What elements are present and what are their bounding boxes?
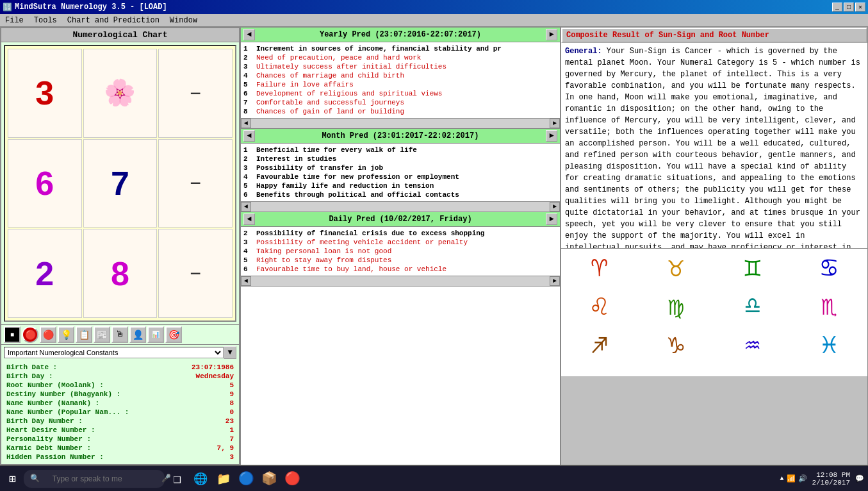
month-prediction-section: ◄ Month Pred (23:01:2017-22:02:2017) ► 1… [241, 129, 560, 212]
toolbar-btn-0[interactable]: ■ [4, 326, 20, 343]
network-icon[interactable]: 📶 [787, 474, 796, 483]
app-icon: 🔢 [3, 3, 12, 12]
yearly-pred-header: ◄ Yearly Pred (23:07:2016-22:07:2017) ► [241, 28, 560, 42]
store-icon[interactable]: 📦 [259, 469, 280, 489]
month-h-scrollbar[interactable] [251, 202, 550, 212]
month-prev-button[interactable]: ◄ [243, 130, 255, 142]
constant-label: Destiny Number (Bhagyank) : [6, 390, 120, 398]
month-pred-header: ◄ Month Pred (23:01:2017-22:02:2017) ► [241, 129, 560, 144]
pred-item-text: Chances of gain of land or building [256, 108, 404, 115]
pred-item-num: 6 [243, 191, 252, 199]
list-item: 1Increment in sources of income, financi… [243, 44, 557, 53]
yearly-scroll-left[interactable]: ◄ [241, 119, 251, 128]
pred-item-num: 4 [243, 173, 252, 181]
tray-arrow[interactable]: ▲ [780, 475, 784, 482]
yearly-next-button[interactable]: ► [546, 29, 557, 40]
pred-item-text: Need of precaution, peace and hard work [256, 54, 421, 62]
constant-value: 0 [229, 408, 234, 416]
pred-item-num: 8 [243, 108, 252, 115]
yearly-prediction-section: ◄ Yearly Pred (23:07:2016-22:07:2017) ► … [241, 28, 560, 129]
close-button[interactable]: ✕ [855, 3, 865, 12]
search-input[interactable] [44, 470, 158, 488]
yearly-scroll-right[interactable]: ► [550, 119, 560, 128]
constant-label: Heart Desire Number : [6, 426, 95, 434]
daily-scroll-right[interactable]: ► [550, 276, 560, 286]
dropdown-btn[interactable]: ▼ [224, 346, 236, 359]
right-panel-content[interactable]: General: Your Sun-Sign is Cancer - which… [561, 43, 867, 248]
dash-2: — [191, 174, 200, 192]
list-item: 2Interest in studies [243, 154, 557, 163]
zodiac-cell-3: ♋ [791, 249, 868, 287]
menu-file[interactable]: File [0, 15, 29, 26]
zodiac-cell-5: ♍ [638, 287, 715, 326]
constant-row: Name Number (Namank) :8 [6, 399, 234, 408]
yearly-h-scrollbar[interactable] [251, 119, 550, 128]
maximize-button[interactable]: □ [844, 3, 854, 12]
start-button[interactable]: ⊞ [4, 469, 21, 488]
number-7: 7 [111, 164, 129, 203]
zodiac-cell-11: ♓ [791, 326, 868, 364]
pred-item-num: 3 [243, 63, 252, 71]
pred-item-text: Ultimately success after initial difficu… [256, 63, 446, 71]
pred-item-num: 5 [243, 182, 252, 190]
zodiac-cell-7: ♏ [791, 287, 868, 326]
general-label: General: [565, 47, 602, 56]
zodiac-cell-10: ♒ [714, 326, 791, 364]
ie-icon[interactable]: 🔵 [236, 469, 257, 489]
minimize-button[interactable]: _ [832, 3, 842, 12]
month-pred-title: Month Pred (23:01:2017-22:02:2017) [255, 131, 546, 140]
toolbar-btn-1[interactable]: 🔴 [22, 326, 38, 343]
number-3: 3 [35, 74, 54, 112]
left-panel: Numerological Chart 3 🌸 — 6 7 — [0, 27, 240, 465]
pred-item-num: 5 [243, 81, 252, 88]
month-scroll-left[interactable]: ◄ [241, 202, 251, 212]
notification-icon[interactable]: 💬 [855, 474, 864, 483]
yearly-scrollbar[interactable]: ◄ ► [241, 118, 560, 128]
month-next-button[interactable]: ► [546, 130, 557, 142]
toolbar-btn-2[interactable]: 🔴 [40, 326, 56, 343]
constant-label: Name Number (Namank) : [6, 399, 99, 407]
pred-item-text: Chances of marriage and child birth [256, 72, 404, 79]
toolbar-btn-6[interactable]: 🖱 [111, 326, 128, 343]
volume-icon[interactable]: 🔊 [798, 474, 807, 483]
pred-item-num: 6 [243, 90, 252, 97]
menu-tools[interactable]: Tools [29, 15, 62, 26]
constant-row: Name Number (Popular Nam... :0 [6, 408, 234, 417]
constant-row: Root Number (Moolank) :5 [6, 381, 234, 390]
list-item: 5Failure in love affairs [243, 80, 557, 89]
pred-item-text: Beneficial time for every walk of life [256, 146, 417, 154]
toolbar-btn-8[interactable]: 📊 [147, 326, 164, 343]
daily-prev-button[interactable]: ◄ [243, 213, 255, 225]
pred-item-text: Comfortable and successful journeys [256, 99, 404, 106]
constant-value: 7, 9 [217, 444, 234, 452]
file-explorer-icon[interactable]: 📁 [213, 469, 234, 489]
app-title: MindSutra Numerology 3.5 - [LOAD] [15, 3, 167, 12]
app-icon-2[interactable]: 🔴 [283, 469, 303, 489]
left-panel-title: Numerological Chart [1, 28, 239, 42]
pred-item-text: Increment in sources of income, financia… [256, 45, 502, 53]
number-6: 6 [35, 164, 54, 203]
yearly-prev-button[interactable]: ◄ [243, 29, 255, 40]
toolbar-btn-3[interactable]: 💡 [58, 326, 74, 343]
edge-icon[interactable]: 🌐 [190, 469, 211, 489]
grid-cell-0: 3 [8, 49, 82, 138]
menu-chart[interactable]: Chart and Prediction [62, 15, 165, 26]
toolbar-btn-7[interactable]: 👤 [129, 326, 146, 343]
pred-item-num: 5 [243, 256, 252, 264]
daily-h-scrollbar[interactable] [251, 276, 550, 286]
daily-scroll-left[interactable]: ◄ [241, 276, 251, 286]
month-scrollbar[interactable]: ◄ ► [241, 201, 560, 212]
taskbar-time: 12:08 PM 2/10/2017 [812, 471, 850, 487]
daily-next-button[interactable]: ► [546, 213, 557, 225]
toolbar-btn-5[interactable]: 📰 [94, 326, 110, 343]
month-scroll-right[interactable]: ► [550, 202, 560, 212]
daily-scrollbar[interactable]: ◄ ► [241, 276, 560, 286]
toolbar-btn-9[interactable]: 🎯 [165, 326, 182, 343]
dash-3: — [191, 265, 200, 282]
list-item: 2Need of precaution, peace and hard work [243, 53, 557, 62]
toolbar-btn-4[interactable]: 📋 [76, 326, 92, 343]
menu-window[interactable]: Window [165, 15, 202, 26]
task-view-icon[interactable]: ❑ [167, 469, 188, 489]
number-2: 2 [35, 254, 54, 293]
constants-dropdown[interactable]: Important Numerological Constants [4, 347, 224, 358]
